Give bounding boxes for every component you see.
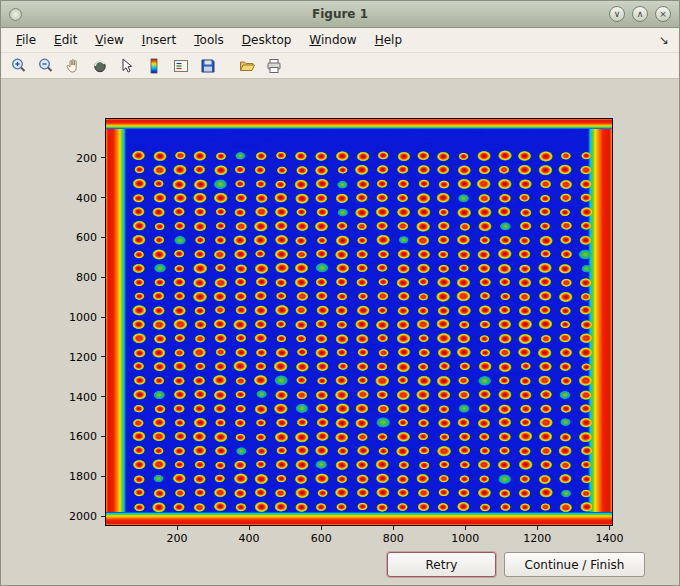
open-file-button[interactable] (235, 54, 259, 78)
y-tick-label: 800 (45, 271, 97, 284)
x-tick-label: 200 (152, 532, 202, 545)
menu-item-tools[interactable]: Tools (185, 30, 233, 50)
maximize-button[interactable]: ∧ (632, 6, 648, 22)
menu-item-window[interactable]: Window (300, 30, 365, 50)
zoom-out-icon (37, 57, 55, 75)
x-tick-mark (465, 526, 466, 530)
y-tick-label: 1800 (45, 470, 97, 483)
y-tick-mark (101, 317, 105, 318)
legend-icon (172, 57, 190, 75)
x-tick-mark (177, 526, 178, 530)
y-tick-mark (101, 516, 105, 517)
y-tick-mark (101, 197, 105, 198)
zoom-out-button[interactable] (34, 54, 58, 78)
plate-image[interactable] (106, 119, 612, 525)
y-tick-mark (101, 356, 105, 357)
close-button[interactable]: × (655, 6, 671, 22)
printer-icon (265, 57, 283, 75)
save-figure-button[interactable] (196, 54, 220, 78)
rotate-3d-icon (91, 57, 109, 75)
x-tick-mark (537, 526, 538, 530)
x-tick-label: 800 (368, 532, 418, 545)
y-tick-label: 200 (45, 152, 97, 165)
zoom-in-button[interactable] (7, 54, 31, 78)
x-tick-mark (609, 526, 610, 530)
x-tick-mark (249, 526, 250, 530)
print-figure-button[interactable] (262, 54, 286, 78)
menu-item-view[interactable]: View (86, 30, 132, 50)
y-tick-mark (101, 157, 105, 158)
figure-background: Retry Continue / Finish 2004006008001000… (1, 79, 679, 585)
y-tick-mark (101, 237, 105, 238)
data-cursor-icon (118, 57, 136, 75)
menu-item-edit[interactable]: Edit (45, 30, 86, 50)
x-tick-label: 1000 (440, 532, 490, 545)
y-tick-label: 1200 (45, 351, 97, 364)
rotate-3d-button[interactable] (88, 54, 112, 78)
y-tick-label: 600 (45, 231, 97, 244)
titlebar[interactable]: Figure 1 ∨ ∧ × (1, 1, 679, 28)
dock-figure-icon[interactable]: ↘ (659, 33, 679, 47)
x-tick-label: 1200 (512, 532, 562, 545)
x-tick-mark (321, 526, 322, 530)
y-tick-label: 2000 (45, 510, 97, 523)
open-folder-icon (238, 57, 256, 75)
y-tick-label: 1400 (45, 391, 97, 404)
menu-item-help[interactable]: Help (366, 30, 411, 50)
x-tick-label: 1400 (584, 532, 634, 545)
menubar: FileEditViewInsertToolsDesktopWindowHelp… (1, 28, 679, 53)
window-menu-icon[interactable] (9, 8, 22, 21)
insert-colorbar-button[interactable] (142, 54, 166, 78)
figure-toolbar (1, 53, 679, 79)
continue-finish-button[interactable]: Continue / Finish (504, 552, 645, 577)
menu-items: FileEditViewInsertToolsDesktopWindowHelp (7, 30, 411, 50)
shade-button[interactable]: ∨ (609, 6, 625, 22)
y-tick-label: 1600 (45, 430, 97, 443)
insert-legend-button[interactable] (169, 54, 193, 78)
y-tick-mark (101, 277, 105, 278)
hand-icon (64, 57, 82, 75)
window-title: Figure 1 (1, 7, 679, 21)
axes-frame (105, 118, 613, 526)
retry-button[interactable]: Retry (387, 552, 496, 577)
pan-button[interactable] (61, 54, 85, 78)
save-icon (199, 57, 217, 75)
toolbar-separator (223, 55, 232, 77)
window-controls: ∨ ∧ × (609, 6, 679, 22)
y-tick-mark (101, 476, 105, 477)
menu-item-insert[interactable]: Insert (133, 30, 185, 50)
figure-window: Figure 1 ∨ ∧ × FileEditViewInsertToolsDe… (0, 0, 680, 586)
menu-item-file[interactable]: File (7, 30, 45, 50)
menu-item-desktop[interactable]: Desktop (233, 30, 301, 50)
colorbar-icon (145, 57, 163, 75)
data-cursor-button[interactable] (115, 54, 139, 78)
x-tick-mark (393, 526, 394, 530)
x-tick-label: 600 (296, 532, 346, 545)
y-tick-label: 400 (45, 192, 97, 205)
zoom-in-icon (10, 57, 28, 75)
y-tick-mark (101, 436, 105, 437)
x-tick-label: 400 (224, 532, 274, 545)
y-tick-label: 1000 (45, 311, 97, 324)
y-tick-mark (101, 396, 105, 397)
